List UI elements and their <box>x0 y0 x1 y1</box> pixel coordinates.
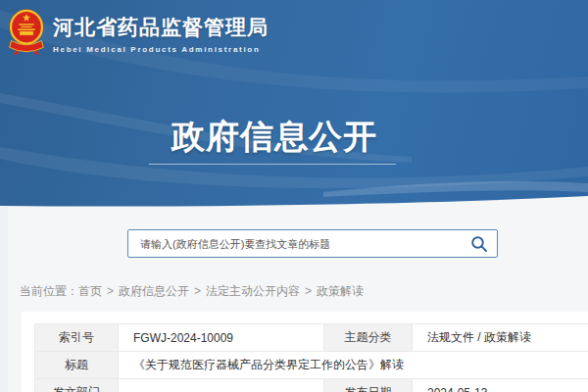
banner-title: 政府信息公开 <box>0 115 549 160</box>
value-subject-category: 法规文件 / 政策解读 <box>413 324 588 352</box>
search-button[interactable] <box>470 235 488 253</box>
breadcrumb-prefix: 当前位置： <box>20 284 78 298</box>
value-title: 《关于规范医疗器械产品分类界定工作的公告》解读 <box>119 352 588 379</box>
search-icon <box>470 235 488 253</box>
org-name-zh: 河北省药品监督管理局 <box>53 14 269 41</box>
label-subject-category: 主题分类 <box>324 324 413 352</box>
label-issuing-dept: 发文部门 <box>35 379 119 392</box>
org-names: 河北省药品监督管理局 Hebei Medical Products Admini… <box>53 7 269 54</box>
national-emblem-icon <box>8 7 45 56</box>
org-name-en: Hebei Medical Products Administration <box>53 45 269 54</box>
site-logo[interactable]: 河北省药品监督管理局 Hebei Medical Products Admini… <box>8 7 269 56</box>
value-issuing-dept <box>119 379 324 392</box>
breadcrumb-separator: > <box>305 284 312 298</box>
breadcrumb: 当前位置：首页>政府信息公开>法定主动公开内容>政策解读 <box>20 283 364 300</box>
page-left-strip <box>0 207 8 392</box>
search-box <box>127 229 498 258</box>
page: 河北省药品监督管理局 Hebei Medical Products Admini… <box>0 0 588 392</box>
search-input[interactable] <box>128 230 462 257</box>
label-title: 标题 <box>35 352 119 379</box>
value-publish-date: 2024-05-13 <box>413 379 588 392</box>
breadcrumb-item-policy-interpretation[interactable]: 政策解读 <box>317 284 364 298</box>
value-index-no: FGWJ-2024-10009 <box>119 324 324 352</box>
breadcrumb-item-statutory-disclosure[interactable]: 法定主动公开内容 <box>206 284 300 298</box>
label-publish-date: 发布日期 <box>324 379 413 392</box>
info-table: 索引号 FGWJ-2024-10009 主题分类 法规文件 / 政策解读 标题 … <box>34 323 588 392</box>
table-row: 标题 《关于规范医疗器械产品分类界定工作的公告》解读 <box>35 352 588 379</box>
breadcrumb-item-gov-info[interactable]: 政府信息公开 <box>119 284 189 298</box>
breadcrumb-item-home[interactable]: 首页 <box>78 284 102 298</box>
banner: 河北省药品监督管理局 Hebei Medical Products Admini… <box>0 0 588 207</box>
label-index-no: 索引号 <box>35 324 119 352</box>
breadcrumb-separator: > <box>194 284 201 298</box>
table-row: 发文部门 发布日期 2024-05-13 <box>35 379 588 392</box>
breadcrumb-separator: > <box>107 284 114 298</box>
table-row: 索引号 FGWJ-2024-10009 主题分类 法规文件 / 政策解读 <box>35 324 588 352</box>
banner-title-underline <box>149 164 396 165</box>
